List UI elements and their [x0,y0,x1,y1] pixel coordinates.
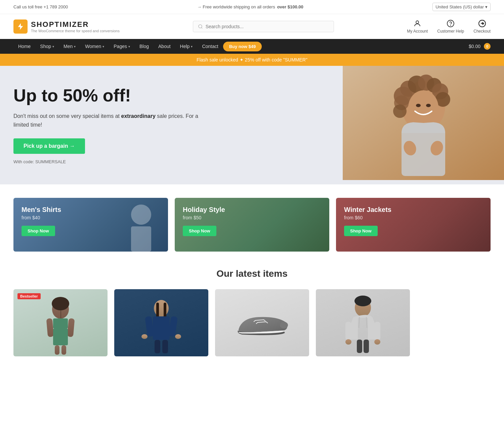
my-account-label: My Account [407,29,428,34]
pages-chevron: ▾ [128,45,130,48]
svg-rect-54 [357,340,362,353]
main-nav: Home Shop ▾ Men ▾ Women ▾ Pages ▾ Blog A… [0,39,504,54]
svg-point-41 [141,334,148,339]
product-card-2[interactable] [215,289,309,356]
category-btn-2[interactable]: Shop Now [183,226,216,236]
hero-desc-prefix: Don't miss out on some very special item… [13,113,120,119]
hero-description: Don't miss out on some very special item… [13,112,202,129]
svg-rect-51 [374,322,380,340]
svg-point-35 [154,300,169,317]
site-logo[interactable]: SHOPTIMIZER The WooCommerce theme for sp… [13,19,120,34]
category-title-3: Winter Jackets [344,206,482,214]
svg-point-2 [447,20,454,27]
latest-items-title: Our latest items [0,252,504,289]
search-bar[interactable] [193,21,334,32]
nav-item-men[interactable]: Men ▾ [59,39,80,54]
checkout-link[interactable]: Checkout [473,19,491,34]
nav-item-contact[interactable]: Contact [197,39,223,54]
category-content-1: Men's Shirts from $40 Shop Now [13,198,168,244]
svg-rect-30 [46,318,54,337]
svg-point-0 [198,25,202,28]
hero-promo-code: With code: SUMMERSALE [13,159,202,164]
product-card-3[interactable] [316,289,410,356]
nav-item-women[interactable]: Women ▾ [80,39,109,54]
cart-count: 0 [484,43,491,50]
category-card-winter[interactable]: Winter Jackets from $60 Shop Now [336,198,491,252]
my-account-link[interactable]: My Account [407,19,428,34]
logo-tagline: The WooCommerce theme for speed and conv… [31,29,120,33]
user-icon [413,19,421,28]
currency-selector[interactable]: United States (US) dollar ▾ [432,3,491,11]
currency-dropdown[interactable]: United States (US) dollar ▾ [432,3,491,11]
svg-rect-44 [162,340,168,353]
hero-content: Up to 50% off! Don't miss out on some ve… [13,86,202,164]
svg-point-19 [426,104,431,107]
svg-point-47 [354,296,371,306]
nav-items: Home Shop ▾ Men ▾ Women ▾ Pages ▾ Blog A… [13,39,262,54]
category-btn-1[interactable]: Shop Now [22,226,55,236]
nav-item-about[interactable]: About [154,39,175,54]
category-content-3: Winter Jackets from $60 Shop Now [336,198,491,244]
svg-rect-29 [53,318,68,328]
category-content-2: Holiday Style from $50 Shop Now [175,198,329,244]
svg-point-17 [408,90,438,125]
products-grid: Bestseller [0,289,504,370]
category-price-2: from $50 [183,215,321,220]
product-card-0[interactable]: Bestseller [13,289,108,356]
hero-section: Up to 50% off! Don't miss out on some ve… [0,66,504,184]
svg-line-49 [366,317,367,328]
nav-item-home[interactable]: Home [13,39,35,54]
cart-price: $0.00 [469,44,480,49]
help-chevron: ▾ [191,45,193,48]
phone-label: Call us toll free +1 789 2000 [13,4,68,9]
svg-point-3 [451,25,451,26]
category-section: Men's Shirts from $40 Shop Now Holiday S… [0,184,504,252]
category-card-mens-shirts[interactable]: Men's Shirts from $40 Shop Now [13,198,168,252]
nav-item-blog[interactable]: Blog [135,39,154,54]
product-person-female-1 [37,291,84,355]
women-chevron: ▾ [102,45,104,48]
nav-item-pages[interactable]: Pages ▾ [109,39,135,54]
product-person-female-2 [138,291,185,355]
shop-chevron: ▾ [52,45,54,48]
product-image-3 [316,289,410,356]
hero-title: Up to 50% off! [13,86,202,105]
hero-desc-highlight: extraordinary [121,113,156,119]
nav-item-help[interactable]: Help ▾ [175,39,198,54]
checkout-label: Checkout [473,29,491,34]
cart-info: $0.00 0 [469,43,491,50]
buy-now-button[interactable]: Buy now $49 [223,42,262,51]
svg-rect-55 [364,340,369,353]
product-shoe [232,304,292,341]
product-image-1 [114,289,208,356]
svg-rect-38 [153,316,170,340]
svg-point-42 [175,334,181,339]
product-card-1[interactable] [114,289,208,356]
svg-line-48 [359,317,360,328]
svg-rect-39 [145,316,154,337]
svg-rect-40 [168,316,178,337]
nav-item-shop[interactable]: Shop ▾ [35,39,59,54]
svg-point-16 [393,104,407,118]
category-price-3: from $60 [344,215,482,220]
search-input[interactable] [206,24,329,29]
svg-rect-32 [53,328,68,345]
svg-rect-43 [155,340,160,353]
svg-point-1 [416,21,419,24]
hero-cta-button[interactable]: Pick up a bargain → [13,138,85,154]
svg-rect-50 [345,322,351,340]
header-actions: My Account Customer Help Checkout [407,19,491,34]
category-card-holiday[interactable]: Holiday Style from $50 Shop Now [175,198,329,252]
svg-point-52 [345,339,351,345]
site-header: SHOPTIMIZER The WooCommerce theme for sp… [0,14,504,39]
help-icon [447,19,455,28]
men-chevron: ▾ [74,45,76,48]
logo-icon [13,19,28,34]
customer-help-label: Customer Help [437,29,464,34]
category-btn-3[interactable]: Shop Now [344,226,378,236]
checkout-icon [478,19,486,28]
svg-rect-34 [61,345,66,355]
customer-help-link[interactable]: Customer Help [437,19,464,34]
chevron-down-icon: ▾ [485,4,488,9]
shipping-info: → Free worldwide shipping on all orders … [197,4,303,9]
